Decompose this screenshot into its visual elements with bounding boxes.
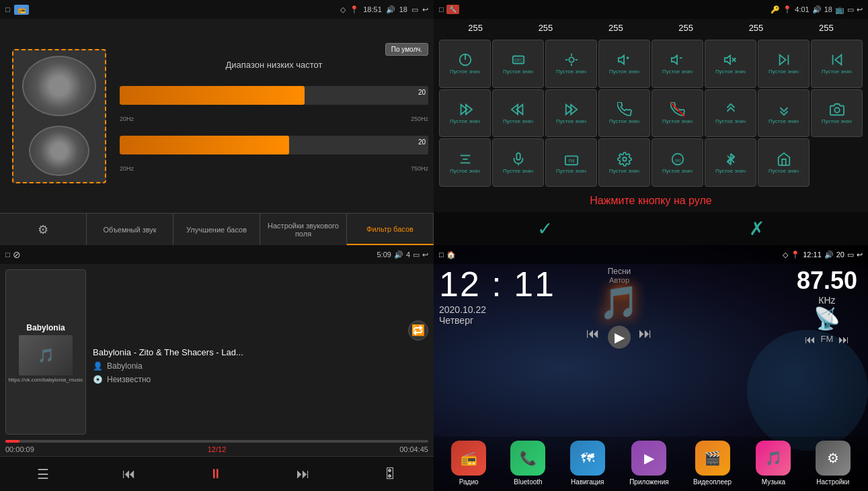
music-prev[interactable]: ⏮ bbox=[586, 326, 600, 349]
prev-button[interactable]: ⏮ bbox=[117, 461, 141, 487]
btn-vol-down[interactable]: Пустое знач bbox=[652, 40, 703, 88]
btn-prev-track[interactable]: Пустое знач bbox=[811, 40, 863, 88]
settings-icon: ⚙ bbox=[827, 450, 839, 466]
remote-buttons-grid: Пустое знач SRC Пустое знач Пустое знач … bbox=[434, 37, 868, 189]
volume-q4: 20 bbox=[836, 251, 844, 259]
btn-phone-accept[interactable]: Пустое знач bbox=[598, 89, 650, 138]
progress-total: 00:04:45 bbox=[399, 445, 428, 453]
default-button[interactable]: По умолч. bbox=[385, 43, 428, 56]
app-music[interactable]: 🎵 Музыка bbox=[756, 441, 791, 486]
btn-fm-label: Пустое знач bbox=[556, 168, 586, 174]
btn-gear[interactable]: Пустое знач bbox=[598, 138, 650, 187]
music-author: Автор bbox=[609, 276, 629, 284]
screen-icon: 📺 bbox=[835, 5, 844, 14]
tab-surround[interactable]: Объемный звук bbox=[87, 214, 173, 245]
btn-skip-back[interactable]: Пустое знач bbox=[492, 89, 544, 138]
radio-icon: 📻 bbox=[461, 450, 477, 466]
btn-home[interactable]: Пустое знач bbox=[758, 138, 810, 187]
btn-gps[interactable]: Пустое знач bbox=[545, 40, 597, 88]
volume-q1: 18 bbox=[399, 5, 407, 13]
back-icon-q4[interactable]: ↩ bbox=[857, 251, 863, 259]
bottom-actions: ✓ ✗ bbox=[434, 212, 868, 245]
progress-times: 00:00:09 12/12 00:04:45 bbox=[5, 445, 428, 453]
home-icon-q2: □ bbox=[439, 5, 444, 13]
btn-skip-fwd-label: Пустое знач bbox=[450, 118, 480, 124]
radio-next[interactable]: ⏭ bbox=[838, 334, 849, 346]
btn-vol-down-label: Пустое знач bbox=[662, 69, 693, 75]
radio-prev[interactable]: ⏮ bbox=[805, 334, 816, 346]
music-app-icon: 🎵 bbox=[765, 450, 782, 466]
music-next[interactable]: ⏭ bbox=[639, 326, 652, 349]
slider-1-container: 20 bbox=[120, 86, 428, 110]
music-play[interactable]: ▶ bbox=[608, 326, 631, 349]
btn-360[interactable]: 360 Пустое знач bbox=[652, 138, 703, 187]
slider-1-scale: 20Hz 250Hz bbox=[120, 116, 428, 122]
btn-phone-end[interactable]: Пустое знач bbox=[652, 89, 703, 138]
btn-fm[interactable]: FM Пустое знач bbox=[545, 138, 597, 187]
playlist-button[interactable]: ☰ bbox=[32, 461, 54, 488]
btn-mute[interactable]: Пустое знач bbox=[705, 40, 756, 88]
app-apps[interactable]: ▶ Приложения bbox=[629, 441, 669, 486]
bluetooth-icon-img: 📞 bbox=[510, 441, 545, 476]
album-title: Babylonia bbox=[24, 320, 67, 335]
btn-bluetooth[interactable]: Пустое знач bbox=[705, 138, 756, 187]
speaker-bottom bbox=[29, 126, 89, 176]
home-content: 12 : 11 2020.10.22 Четверг Песни Автор 🎵… bbox=[434, 264, 868, 491]
btn-skip-fwd[interactable]: Пустое знач bbox=[439, 89, 491, 138]
btn-mic[interactable]: Пустое знач bbox=[492, 138, 544, 187]
btn-next-track[interactable]: Пустое знач bbox=[758, 40, 810, 88]
apps-row: 📻 Радио 📞 Bluetooth 🗺 Навигация ▶ bbox=[434, 437, 868, 491]
status-bar-q3: □ ⊘ 5:09 🔊 4 ▭ ↩ bbox=[0, 245, 434, 264]
eq-button[interactable]: 🎛 bbox=[378, 461, 402, 487]
slider-2-min: 20Hz bbox=[120, 165, 134, 172]
main-content: По умолч. Диапазон низких частот 20 bbox=[0, 19, 434, 213]
val-3: 255 bbox=[608, 23, 623, 33]
progress-fill bbox=[5, 440, 19, 443]
back-icon-q2[interactable]: ↩ bbox=[857, 5, 863, 14]
widgets-row: 12 : 11 2020.10.22 Четверг Песни Автор 🎵… bbox=[434, 264, 868, 437]
next-button[interactable]: ⏭ bbox=[291, 461, 315, 487]
status-right: ◇ 📍 18:51 🔊 18 ▭ ↩ bbox=[340, 5, 428, 14]
back-icon-q3[interactable]: ↩ bbox=[422, 251, 428, 259]
btn-vol-up[interactable]: Пустое знач bbox=[598, 40, 650, 88]
svg-marker-17 bbox=[779, 55, 785, 65]
btn-power[interactable]: Пустое знач bbox=[439, 40, 491, 88]
btn-fast-fwd[interactable]: Пустое знач bbox=[545, 89, 597, 138]
location-icon-q2: 📍 bbox=[783, 5, 792, 14]
btn-power-label: Пустое знач bbox=[450, 69, 480, 75]
battery-icon-q3: ▭ bbox=[413, 251, 420, 259]
pause-button[interactable]: ⏸ bbox=[204, 461, 228, 487]
time-q4: 12:11 bbox=[803, 251, 822, 259]
status-left: □ 📻 bbox=[5, 5, 29, 15]
app-bluetooth[interactable]: 📞 Bluetooth bbox=[510, 441, 545, 486]
confirm-button[interactable]: ✓ bbox=[537, 218, 553, 240]
volume-q2: 18 bbox=[824, 5, 832, 13]
volume-icon-q3: 🔊 bbox=[394, 251, 403, 259]
btn-band-up[interactable]: Пустое знач bbox=[705, 89, 756, 138]
app-settings[interactable]: ⚙ Настройки bbox=[816, 441, 851, 486]
app-radio[interactable]: 📻 Радио bbox=[451, 441, 486, 486]
no-icon: ⊘ bbox=[13, 249, 21, 260]
progress-track[interactable] bbox=[5, 440, 428, 443]
repeat-button[interactable]: 🔁 bbox=[408, 320, 428, 341]
tab-eq-icon[interactable]: ⚙ bbox=[0, 214, 87, 245]
tab-bass-filter[interactable]: Фильтр басов bbox=[347, 214, 434, 245]
btn-vol-up-label: Пустое знач bbox=[609, 69, 639, 75]
btn-camera[interactable]: Пустое знач bbox=[811, 89, 863, 138]
btn-src[interactable]: SRC Пустое знач bbox=[492, 40, 544, 88]
app-navigation[interactable]: 🗺 Навигация bbox=[570, 441, 605, 486]
app-video[interactable]: 🎬 Видеоплеер bbox=[693, 441, 732, 486]
slider-2-track[interactable] bbox=[120, 136, 428, 154]
btn-settings2[interactable]: Пустое знач bbox=[439, 138, 491, 187]
app-video-label: Видеоплеер bbox=[693, 478, 732, 486]
tab-bass-enhance[interactable]: Улучшение басов bbox=[173, 214, 260, 245]
tab-sound-field[interactable]: Настройки звукового поля bbox=[260, 214, 347, 245]
cancel-button[interactable]: ✗ bbox=[749, 218, 764, 240]
btn-band-down[interactable]: Пустое знач bbox=[758, 89, 810, 138]
back-icon[interactable]: ↩ bbox=[422, 5, 428, 14]
svg-marker-12 bbox=[671, 56, 676, 64]
slider-1-max: 250Hz bbox=[411, 116, 428, 122]
btn-band-up-label: Пустое знач bbox=[715, 118, 746, 124]
signal-icon: ◇ bbox=[340, 5, 346, 14]
slider-1-track[interactable] bbox=[120, 86, 428, 105]
